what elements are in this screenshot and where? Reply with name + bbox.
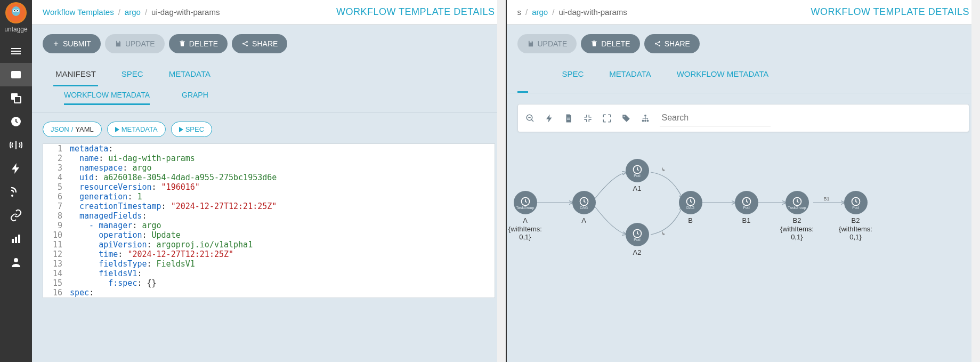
- jump-spec[interactable]: SPEC: [171, 122, 212, 137]
- expand-icon[interactable]: [602, 114, 612, 123]
- svg-rect-23: [567, 118, 570, 118]
- sidebar-nav-templates[interactable]: [0, 86, 32, 110]
- sidebar: untagge: [0, 0, 32, 362]
- code-line: 14 fieldsV1:: [43, 269, 495, 278]
- node-label: B1: [728, 216, 765, 225]
- graph-node[interactable]: DAGB: [672, 191, 709, 225]
- breadcrumb-sep-icon: /: [118, 7, 120, 17]
- graph-node[interactable]: TaskGroupA {withItems: 0,1}: [507, 191, 544, 242]
- edge-marker-icon: ↳: [661, 231, 666, 236]
- breadcrumb-root[interactable]: Workflow Templates: [43, 7, 114, 17]
- code-line: 13 fieldsType: FieldsV1: [43, 259, 495, 269]
- search-input[interactable]: [660, 110, 771, 126]
- svg-rect-13: [18, 235, 20, 243]
- share-button[interactable]: SHARE: [232, 34, 287, 53]
- code-line: 10 operation: Update: [43, 230, 495, 240]
- breadcrumb-namespace[interactable]: argo: [532, 7, 548, 17]
- node-label: B2 {withItems: 0,1}: [837, 216, 874, 242]
- tabs-row: SPEC METADATA WORKFLOW METADATA: [507, 63, 981, 86]
- scrollbar[interactable]: [497, 0, 506, 362]
- clock-icon: Pod: [844, 191, 868, 214]
- breadcrumb-name: ui-dag-with-params: [151, 7, 220, 17]
- tab-workflow-metadata[interactable]: WORKFLOW METADATA: [64, 91, 150, 105]
- tabs-row-upper: MANIFEST SPEC METADATA: [32, 63, 506, 86]
- sidebar-nav-cron[interactable]: [0, 110, 32, 133]
- breadcrumb-bar: s / argo / ui-dag-with-params WORKFLOW T…: [507, 0, 981, 25]
- breadcrumb-namespace[interactable]: argo: [125, 7, 141, 17]
- tab-graph[interactable]: GRAPH: [182, 91, 208, 105]
- update-button[interactable]: UPDATE: [105, 34, 165, 53]
- svg-point-14: [14, 258, 18, 262]
- clock-icon: DAG: [679, 191, 702, 214]
- code-line: 16spec:: [43, 288, 495, 297]
- clock-icon: TaskGroup: [514, 191, 537, 214]
- svg-point-25: [623, 116, 625, 117]
- svg-point-4: [14, 10, 15, 11]
- sidebar-nav-reports[interactable]: [0, 227, 32, 251]
- tab-manifest[interactable]: MANIFEST: [53, 63, 98, 86]
- tab-spec[interactable]: SPEC: [119, 63, 145, 86]
- code-line: 1metadata:: [43, 144, 495, 154]
- code-line: 15 f:spec: {}: [43, 278, 495, 288]
- scrollbar[interactable]: [971, 0, 980, 362]
- sidebar-nav-eventsources[interactable]: [0, 180, 32, 204]
- node-label: A {withItems: 0,1}: [507, 216, 544, 242]
- svg-rect-11: [12, 239, 14, 243]
- breadcrumb-sep-icon: /: [552, 7, 554, 17]
- graph-node[interactable]: TaskGroupB2 {withItems: 0,1}: [779, 191, 816, 242]
- code-line: 12 time: "2024-12-27T12:21:25Z": [43, 250, 495, 259]
- tab-spec[interactable]: SPEC: [560, 63, 586, 86]
- breadcrumb: Workflow Templates / argo / ui-dag-with-…: [43, 7, 220, 17]
- graph-node[interactable]: PodB1: [728, 191, 765, 225]
- code-line: 7 creationTimestamp: "2024-12-27T12:21:2…: [43, 202, 495, 211]
- yaml-editor[interactable]: 1metadata:2 name: ui-dag-with-params3 na…: [43, 143, 495, 298]
- toggle-json-yaml[interactable]: JSON/YAML: [43, 122, 102, 137]
- sidebar-nav-sensors[interactable]: [0, 133, 32, 157]
- graph-node[interactable]: PodB2 {withItems: 0,1}: [837, 191, 874, 242]
- trash-icon: [179, 40, 186, 47]
- code-line: 9 - manager: argo: [43, 221, 495, 230]
- graph-canvas[interactable]: ↳ ↳ B1 TaskGroupA {withItems: 0,1}DAGAPo…: [507, 143, 981, 362]
- hierarchy-icon[interactable]: [641, 114, 650, 123]
- tab-workflow-metadata[interactable]: WORKFLOW METADATA: [675, 63, 771, 86]
- action-bar: UPDATE DELETE SHARE: [507, 25, 981, 63]
- page-title: WORKFLOW TEMPLATE DETAILS: [336, 6, 495, 18]
- caret-right-icon: [179, 127, 183, 132]
- node-label: B: [672, 216, 709, 225]
- zoom-out-icon[interactable]: [525, 114, 535, 123]
- share-button[interactable]: SHARE: [644, 34, 700, 53]
- action-bar: SUBMIT UPDATE DELETE SHARE: [32, 25, 506, 63]
- tag-icon[interactable]: [621, 114, 631, 123]
- clock-icon: Pod: [626, 223, 649, 246]
- edge-marker-icon: ↳: [661, 167, 666, 172]
- submit-button[interactable]: SUBMIT: [43, 34, 101, 53]
- svg-rect-22: [567, 117, 570, 117]
- collapse-icon[interactable]: [583, 114, 593, 123]
- share-icon: [654, 40, 661, 47]
- delete-button[interactable]: DELETE: [581, 34, 639, 53]
- bolt-icon[interactable]: [545, 114, 554, 123]
- svg-point-27: [642, 119, 644, 122]
- file-icon[interactable]: [564, 114, 573, 123]
- sidebar-nav-user[interactable]: [0, 251, 32, 274]
- sidebar-nav-workflows[interactable]: [0, 63, 32, 86]
- update-button[interactable]: UPDATE: [517, 34, 577, 53]
- jump-metadata[interactable]: METADATA: [107, 122, 166, 137]
- clock-icon: TaskGroup: [785, 191, 809, 214]
- plus-icon: [52, 40, 60, 47]
- delete-button[interactable]: DELETE: [169, 34, 228, 53]
- version-tag: untagge: [4, 26, 27, 33]
- tab-metadata[interactable]: METADATA: [607, 63, 653, 86]
- graph-node[interactable]: DAGA: [565, 191, 603, 225]
- sidebar-nav-links[interactable]: [0, 204, 32, 227]
- svg-rect-8: [14, 96, 21, 103]
- breadcrumb-root-clipped: s: [517, 7, 522, 17]
- sidebar-nav-timeline[interactable]: [0, 39, 32, 63]
- caret-right-icon: [115, 127, 119, 132]
- node-label: A2: [619, 248, 656, 257]
- sidebar-nav-events[interactable]: [0, 157, 32, 180]
- tab-metadata[interactable]: METADATA: [167, 63, 213, 86]
- graph-node[interactable]: PodA1: [619, 159, 656, 193]
- graph-node[interactable]: PodA2: [619, 223, 656, 257]
- pane-right: s / argo / ui-dag-with-params WORKFLOW T…: [506, 0, 981, 362]
